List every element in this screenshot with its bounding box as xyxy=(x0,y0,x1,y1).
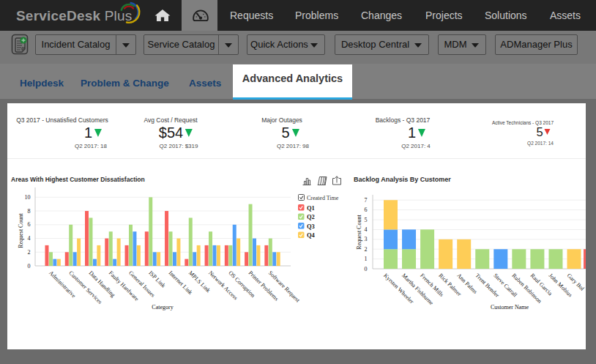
svg-text:Martha Fishburne: Martha Fishburne xyxy=(401,272,435,307)
svg-text:1: 1 xyxy=(365,256,368,262)
svg-text:6: 6 xyxy=(28,221,31,228)
svg-text:2: 2 xyxy=(28,249,31,256)
svg-text:ISP Link: ISP Link xyxy=(147,270,166,289)
svg-text:3: 3 xyxy=(365,236,368,242)
svg-text:8: 8 xyxy=(28,208,31,215)
svg-text:4: 4 xyxy=(28,235,31,242)
svg-text:Category: Category xyxy=(152,304,173,311)
svg-text:5: 5 xyxy=(365,217,368,223)
svg-text:0: 0 xyxy=(365,266,368,272)
svg-text:0: 0 xyxy=(28,263,31,270)
svg-text:10: 10 xyxy=(25,194,31,201)
svg-text:Customer Name: Customer Name xyxy=(491,304,529,311)
svg-text:2: 2 xyxy=(365,246,368,253)
svg-text:Request Count: Request Count xyxy=(356,215,362,250)
svg-text:Request Count: Request Count xyxy=(18,213,24,248)
svg-text:6: 6 xyxy=(365,207,368,213)
svg-text:7: 7 xyxy=(365,197,368,204)
svg-text:4: 4 xyxy=(365,226,368,233)
